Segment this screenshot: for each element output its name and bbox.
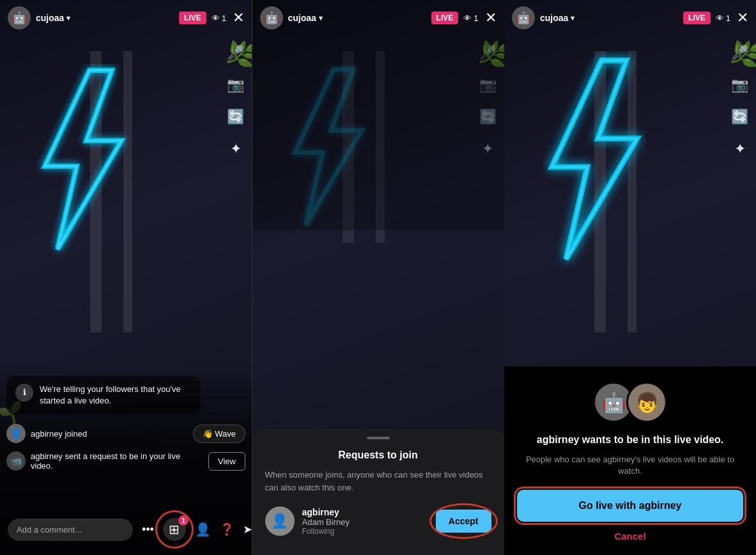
live-badge-3: LIVE — [683, 12, 711, 24]
username-btn-1[interactable]: cujoaa ▾ — [36, 13, 70, 23]
chevron-down-icon-2: ▾ — [319, 14, 323, 22]
requester-fullname: Adam Birney — [302, 517, 428, 527]
svg-marker-10 — [552, 60, 636, 259]
go-live-button[interactable]: Go live with agbirney — [517, 490, 743, 522]
comment-input-1[interactable] — [8, 519, 133, 541]
requester-username: agbirney — [302, 507, 428, 517]
sheet-title: Requests to join — [265, 449, 491, 461]
top-bar-3: 🤖 cujoaa ▾ LIVE 👁 1 ✕ — [504, 0, 756, 36]
camera-button-1[interactable]: 📷 — [227, 77, 244, 93]
notification-badge: 1 — [178, 515, 189, 526]
right-icons-3: 🎤 📷 🔄 ✦ — [731, 45, 748, 157]
question-btn[interactable]: ❓ — [220, 522, 234, 536]
viewer-count-2: 👁 1 — [463, 13, 478, 23]
flip-button-2[interactable]: 🔄 — [479, 109, 497, 125]
panel-3: 🌿 🤖 cujoaa ▾ LIVE 👁 1 ✕ 🎤 📷 🔄 ✦ 🤖 👦 agbi… — [504, 0, 756, 555]
chat-row-request: 📹 agbirney sent a request to be in your … — [6, 451, 245, 471]
add-person-btn[interactable]: 👤 — [195, 522, 211, 537]
close-button-2[interactable]: ✕ — [485, 11, 497, 25]
add-btn-container: ⊞ 1 — [163, 518, 186, 541]
expand-button-1[interactable]: ✦ — [227, 141, 244, 157]
chat-text-2: agbirney sent a request to be in your li… — [31, 451, 203, 471]
sheet-subtitle: When someone joins, anyone who can see t… — [265, 469, 491, 494]
mic-button-1[interactable]: 🎤 — [227, 45, 244, 61]
go-live-title: agbirney wants to be in this live video. — [517, 433, 743, 447]
go-live-sheet: 🤖 👦 agbirney wants to be in this live vi… — [504, 366, 756, 555]
accept-button[interactable]: Accept — [436, 510, 491, 533]
top-bar-1: 🤖 cujoaa ▾ LIVE 👁 1 ✕ — [0, 0, 252, 36]
avatar-2: 🤖 — [260, 6, 283, 29]
chevron-down-icon-3: ▾ — [571, 14, 575, 22]
expand-button-3[interactable]: ✦ — [731, 141, 748, 157]
lightning-bolt-3 — [523, 51, 651, 271]
close-button-3[interactable]: ✕ — [737, 11, 748, 25]
expand-button-2[interactable]: ✦ — [479, 141, 497, 157]
more-options-btn[interactable]: ••• — [142, 523, 154, 536]
chat-row-joined: 👤 agbirney joined 👋 Wave — [6, 424, 245, 443]
wave-button[interactable]: 👋 Wave — [193, 425, 245, 443]
live-badge-1: LIVE — [179, 12, 206, 24]
chat-avatar-2: 📹 — [6, 451, 26, 471]
guest-avatar: 👦 — [626, 382, 667, 423]
live-badge-2: LIVE — [431, 12, 459, 24]
chevron-down-icon-1: ▾ — [66, 14, 70, 22]
cancel-button-3[interactable]: Cancel — [517, 531, 743, 542]
svg-marker-3 — [45, 70, 121, 249]
username-label-1: cujoaa — [36, 13, 64, 23]
avatar-1: 🤖 — [8, 6, 31, 29]
avatar-3: 🤖 — [512, 6, 535, 29]
panel-2: 🌿 🤖 cujoaa ▾ LIVE 👁 1 ✕ 🎤 📷 🔄 ✦ Requests… — [252, 0, 504, 555]
camera-button-3[interactable]: 📷 — [731, 77, 748, 93]
comment-bar-1: ••• ⊞ 1 👤 ❓ ➤ — [0, 504, 252, 555]
avatar-pair: 🤖 👦 — [517, 382, 743, 423]
camera-button-2[interactable]: 📷 — [479, 77, 497, 93]
notification-box-1: ℹ We're telling your followers that you'… — [6, 376, 201, 414]
mic-button-2[interactable]: 🎤 — [479, 45, 497, 61]
mic-button-3[interactable]: 🎤 — [731, 45, 748, 61]
requester-avatar: 👤 — [265, 506, 295, 536]
info-icon: ℹ — [15, 384, 33, 402]
username-btn-2[interactable]: cujoaa ▾ — [288, 13, 323, 23]
request-row: 👤 agbirney Adam Birney Following Accept — [265, 506, 491, 536]
send-btn[interactable]: ➤ — [243, 522, 252, 536]
chat-avatar-1: 👤 — [6, 424, 26, 443]
top-bar-2: 🤖 cujoaa ▾ LIVE 👁 1 ✕ — [252, 0, 504, 36]
panel-1: 🌿 🌱 🤖 cujoaa ▾ LIVE 👁 1 ✕ 🎤 📷 🔄 ✦ ℹ We'r… — [0, 0, 252, 555]
flip-button-3[interactable]: 🔄 — [731, 109, 748, 125]
chat-text-1: agbirney joined — [31, 429, 188, 439]
viewer-count-3: 👁 1 — [716, 13, 730, 23]
requester-relation: Following — [302, 527, 428, 536]
username-label-3: cujoaa — [540, 13, 568, 23]
right-icons-2: 🎤 📷 🔄 ✦ — [479, 45, 497, 157]
username-label-2: cujoaa — [288, 13, 316, 23]
right-icons-1: 🎤 📷 🔄 ✦ — [227, 45, 244, 157]
username-btn-3[interactable]: cujoaa ▾ — [540, 13, 575, 23]
accept-button-wrapper: Accept — [436, 510, 491, 533]
viewer-count-1: 👁 1 — [212, 13, 226, 23]
flip-button-1[interactable]: 🔄 — [227, 109, 244, 125]
sheet-handle — [367, 437, 390, 439]
go-live-subtitle: People who can see agbirney's live video… — [517, 454, 743, 477]
view-button[interactable]: View — [208, 452, 245, 471]
close-button-1[interactable]: ✕ — [233, 11, 244, 25]
requester-info: agbirney Adam Birney Following — [302, 507, 428, 536]
requests-modal-sheet: Requests to join When someone joins, any… — [252, 429, 504, 555]
notification-text: We're telling your followers that you've… — [40, 384, 192, 407]
lightning-bolt — [19, 64, 160, 294]
